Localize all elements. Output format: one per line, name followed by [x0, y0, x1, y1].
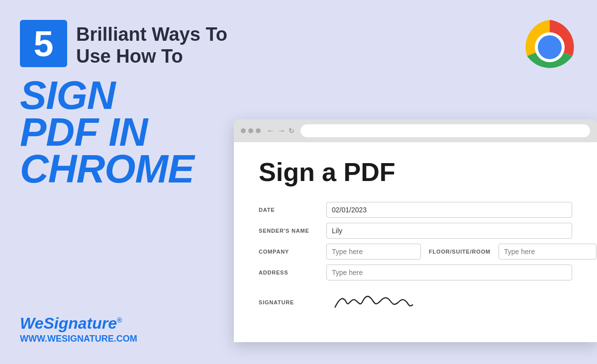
- address-label: ADDRESS: [259, 270, 318, 275]
- svg-point-1: [538, 35, 562, 59]
- brand-registered: ®: [117, 316, 122, 324]
- form-row-sender: SENDER'S NAME: [259, 223, 572, 239]
- title-row: 5 Brilliant Ways To Use How To: [20, 20, 234, 67]
- back-arrow[interactable]: ←: [267, 126, 275, 135]
- browser-mockup: ← → ↻ Sign a PDF DATE SENDER'S NAME COMP…: [234, 119, 597, 342]
- signature-area: [326, 287, 572, 317]
- company-input[interactable]: [326, 244, 421, 260]
- form-grid: DATE SENDER'S NAME COMPANY FLOOR/SUITE/R…: [259, 202, 572, 317]
- refresh-button[interactable]: ↻: [289, 127, 295, 135]
- browser-nav: ← → ↻: [267, 126, 295, 135]
- brand-name-text: WeSignature: [20, 314, 117, 332]
- floor-input[interactable]: [498, 244, 597, 260]
- number-label: 5: [33, 26, 53, 62]
- browser-content: Sign a PDF DATE SENDER'S NAME COMPANY FL…: [234, 142, 597, 342]
- form-row-address: ADDRESS: [259, 265, 572, 280]
- floor-label: FLOOR/SUITE/ROOM: [429, 249, 491, 255]
- chrome-logo: [517, 15, 582, 80]
- browser-dots: [241, 128, 261, 133]
- subtitle-line1: Brilliant Ways To: [76, 24, 227, 46]
- main-heading: SIGN PDF IN CHROME: [20, 77, 234, 187]
- browser-dot-3: [256, 128, 261, 133]
- browser-dot-1: [241, 128, 246, 133]
- brand-name: WeSignature®: [20, 314, 137, 333]
- subtitle-line2: Use How To: [76, 46, 227, 68]
- sender-input[interactable]: [326, 223, 572, 239]
- browser-bar: ← → ↻: [234, 119, 597, 142]
- left-panel: 5 Brilliant Ways To Use How To SIGN PDF …: [20, 20, 234, 197]
- sender-label: SENDER'S NAME: [259, 228, 318, 234]
- brand-section: WeSignature® WWW.WESIGNATURE.COM: [20, 314, 137, 344]
- signature-svg: [326, 289, 426, 316]
- heading-line1: SIGN: [20, 77, 234, 114]
- form-row-date: DATE: [259, 202, 572, 218]
- date-input[interactable]: [326, 202, 572, 218]
- browser-dot-2: [248, 128, 253, 133]
- date-label: DATE: [259, 207, 318, 213]
- form-row-signature: SIGNATURE: [259, 287, 572, 317]
- pdf-title: Sign a PDF: [259, 157, 572, 187]
- company-label: COMPANY: [259, 249, 318, 255]
- form-row-company: COMPANY FLOOR/SUITE/ROOM: [259, 244, 572, 260]
- signature-label: SIGNATURE: [259, 299, 318, 305]
- forward-arrow[interactable]: →: [278, 126, 286, 135]
- address-input[interactable]: [326, 265, 572, 280]
- heading-line2: PDF IN: [20, 114, 234, 151]
- url-bar[interactable]: [300, 124, 590, 137]
- brand-url: WWW.WESIGNATURE.COM: [20, 334, 137, 344]
- number-box: 5: [20, 20, 67, 67]
- title-text: Brilliant Ways To Use How To: [76, 20, 227, 67]
- heading-line3: CHROME: [20, 151, 234, 187]
